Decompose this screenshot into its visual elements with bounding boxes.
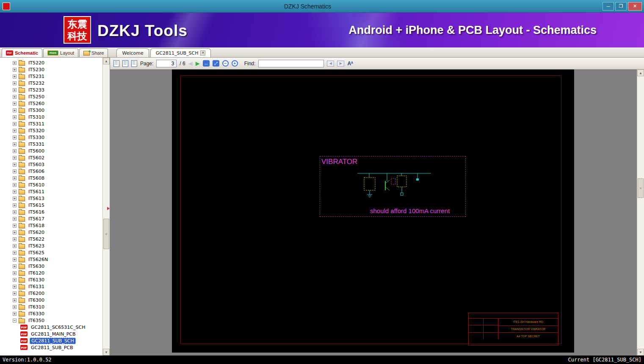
tree-row[interactable]: +IT5232 (0, 80, 102, 86)
doc-tab-active[interactable]: GC2811_SUB_SCH ✕ (150, 48, 211, 57)
tree-scroll-thumb[interactable]: ≡ (103, 219, 109, 249)
tree-row[interactable]: +IT5260 (0, 100, 102, 107)
tree-row[interactable]: +IT5600 (0, 147, 102, 154)
expand-icon[interactable]: + (13, 122, 17, 126)
next-page-icon[interactable]: ▶ (196, 61, 200, 66)
splitter-handle[interactable] (107, 207, 110, 210)
close-button[interactable]: ✕ (628, 2, 642, 11)
tree-row[interactable]: +IT5626N (0, 256, 102, 263)
collapse-icon[interactable]: − (13, 319, 17, 322)
tree-row[interactable]: PDFGC2811_SC6531C_SCH (0, 324, 102, 331)
tree-row[interactable]: +IT6130 (0, 276, 102, 283)
expand-icon[interactable]: + (13, 197, 17, 200)
tree-row[interactable]: +IT5616 (0, 208, 102, 215)
expand-icon[interactable]: + (13, 312, 17, 316)
scroll-down-icon[interactable]: ▼ (637, 349, 644, 356)
expand-icon[interactable]: + (13, 169, 17, 173)
multi-page-icon[interactable] (131, 60, 137, 67)
tree-row[interactable]: +IT5625 (0, 249, 102, 256)
find-next-icon[interactable]: ▶ (337, 61, 344, 67)
tree-row[interactable]: +IT5220 (0, 59, 102, 66)
tree-row[interactable]: +IT5230 (0, 66, 102, 73)
expand-icon[interactable]: + (13, 305, 17, 309)
expand-icon[interactable]: + (13, 231, 17, 234)
expand-icon[interactable]: + (13, 129, 17, 133)
expand-icon[interactable]: + (13, 95, 17, 99)
expand-icon[interactable]: + (13, 203, 17, 207)
expand-icon[interactable]: + (13, 190, 17, 194)
tree-row[interactable]: +IT5617 (0, 215, 102, 222)
zoom-in-icon[interactable]: + (232, 60, 238, 67)
find-input[interactable] (258, 60, 324, 67)
expand-icon[interactable]: + (13, 244, 17, 248)
tree-row[interactable]: +IT5603 (0, 161, 102, 168)
tree-row[interactable]: +IT5331 (0, 141, 102, 147)
expand-icon[interactable]: + (13, 68, 17, 72)
fit-page-icon[interactable]: ⤢ (213, 60, 219, 67)
tab-close-icon[interactable]: ✕ (200, 50, 205, 56)
tree-row[interactable]: +IT5608 (0, 175, 102, 181)
expand-icon[interactable]: + (13, 142, 17, 146)
expand-icon[interactable]: + (13, 271, 17, 275)
expand-icon[interactable]: + (13, 81, 17, 85)
expand-icon[interactable]: + (13, 176, 17, 180)
tree-row[interactable]: +IT5622 (0, 236, 102, 242)
tree-row[interactable]: −IT6350 (0, 317, 102, 324)
tree-row[interactable]: +IT5620 (0, 229, 102, 236)
tree-row[interactable]: +IT5250 (0, 93, 102, 100)
expand-icon[interactable]: + (13, 102, 17, 106)
tree-row[interactable]: +IT5613 (0, 195, 102, 202)
expand-icon[interactable]: + (13, 156, 17, 160)
tree-row[interactable]: +IT5610 (0, 181, 102, 188)
expand-icon[interactable]: + (13, 258, 17, 261)
fit-width-icon[interactable]: ↔ (203, 60, 210, 67)
tree-row[interactable]: +IT6131 (0, 283, 102, 290)
tab-schematic[interactable]: PDF Schematic (2, 48, 42, 57)
expand-icon[interactable]: + (13, 115, 17, 119)
expand-icon[interactable]: + (13, 224, 17, 228)
expand-icon[interactable]: + (13, 75, 17, 78)
expand-icon[interactable]: + (13, 264, 17, 268)
tree-row[interactable]: +IT5630 (0, 263, 102, 270)
tree-row[interactable]: +IT6300 (0, 297, 102, 303)
scroll-up-icon[interactable]: ▲ (637, 69, 644, 76)
tree-row[interactable]: +IT6200 (0, 290, 102, 297)
tree-row[interactable]: +IT5320 (0, 127, 102, 134)
tree-row[interactable]: PDFGC2811_SUB_PCB (0, 344, 102, 351)
tree-row[interactable]: +IT6330 (0, 310, 102, 317)
tab-layout[interactable]: PADS Layout (43, 48, 78, 57)
previous-page-icon[interactable]: ◀ (188, 61, 193, 66)
expand-icon[interactable]: + (13, 298, 17, 302)
viewer-scrollbar[interactable]: ▲ ≡ ▼ (637, 69, 644, 356)
tree-row[interactable]: +IT5606 (0, 168, 102, 175)
tree-row[interactable]: +IT5615 (0, 202, 102, 208)
expand-icon[interactable]: + (13, 237, 17, 241)
expand-icon[interactable]: + (13, 217, 17, 221)
expand-icon[interactable]: + (13, 149, 17, 153)
tree-row[interactable]: +IT5311 (0, 120, 102, 127)
tree-row[interactable]: PDFGC2811_MAIN_PCB (0, 331, 102, 337)
font-size-icon[interactable]: Aª (347, 61, 353, 67)
expand-icon[interactable]: + (13, 278, 17, 282)
find-previous-icon[interactable]: ◀ (327, 61, 334, 67)
scroll-up-icon[interactable]: ▲ (103, 58, 110, 64)
tree-row[interactable]: +IT6120 (0, 270, 102, 276)
tree-row[interactable]: +IT5231 (0, 73, 102, 80)
expand-icon[interactable]: + (13, 108, 17, 112)
page-number-input[interactable] (156, 60, 177, 67)
expand-icon[interactable]: + (13, 61, 17, 65)
tree-row[interactable]: +IT5602 (0, 154, 102, 161)
expand-icon[interactable]: + (13, 210, 17, 214)
expand-icon[interactable]: + (13, 292, 17, 295)
tree-row[interactable]: +IT5623 (0, 242, 102, 249)
maximize-button[interactable]: ❐ (615, 2, 627, 11)
minimize-button[interactable]: ─ (603, 2, 614, 11)
tree-row[interactable]: +IT5233 (0, 86, 102, 93)
tab-share[interactable]: Share (79, 48, 108, 57)
zoom-out-icon[interactable]: − (222, 60, 229, 67)
copy-page-icon[interactable] (113, 60, 119, 67)
doc-tab-welcome[interactable]: Welcome (116, 48, 149, 57)
tree-row[interactable]: +IT5618 (0, 222, 102, 229)
expand-icon[interactable]: + (13, 285, 17, 289)
expand-icon[interactable]: + (13, 183, 17, 187)
